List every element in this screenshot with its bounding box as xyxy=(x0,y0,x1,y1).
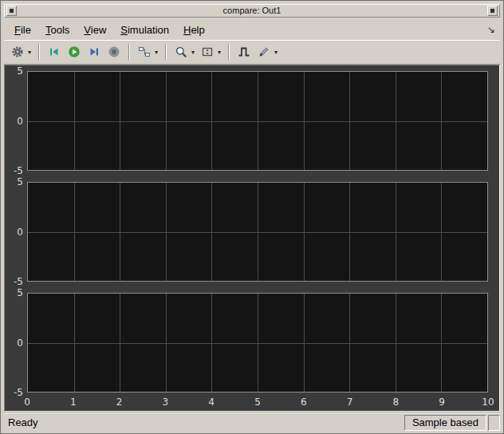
step-back-button[interactable] xyxy=(45,43,63,61)
x-tick-label: 9 xyxy=(439,397,445,408)
menu-simulation-rest: imulation xyxy=(128,24,169,36)
magnifier-icon xyxy=(175,45,187,58)
y-axis-labels: 50-5 xyxy=(5,71,27,171)
y-tick-label: -5 xyxy=(14,387,23,398)
x-tick-label: 2 xyxy=(116,397,123,408)
y-tick-label: 5 xyxy=(17,287,23,298)
settings-dropdown-caret[interactable]: ▾ xyxy=(26,49,33,56)
menu-view-rest: iew xyxy=(91,24,107,36)
stop-button[interactable] xyxy=(105,43,123,61)
x-tick-label: 1 xyxy=(70,397,77,408)
menu-view-mnemonic: V xyxy=(84,24,90,36)
plot-row-2: 50-5 xyxy=(5,182,488,282)
stop-icon xyxy=(108,45,120,58)
run-icon xyxy=(68,45,81,58)
zoom-dropdown-caret[interactable]: ▾ xyxy=(190,49,196,56)
menu-tools[interactable]: Tools xyxy=(38,22,77,38)
step-forward-button[interactable] xyxy=(85,43,103,61)
sample-mode-indicator: Sample based xyxy=(404,415,486,431)
zoom-button[interactable] xyxy=(172,43,190,61)
status-bar: Ready Sample based xyxy=(4,412,500,432)
dock-arrow-icon[interactable]: ↘ xyxy=(487,24,500,35)
x-tick-label: 10 xyxy=(482,397,494,408)
step-back-icon xyxy=(48,45,61,58)
scope-axes[interactable] xyxy=(27,293,488,393)
toolbar-separator xyxy=(38,44,40,60)
menu-file-rest: ile xyxy=(21,24,31,36)
window-title: compare: Out1 xyxy=(5,6,499,15)
toolbar-separator xyxy=(165,44,167,60)
y-tick-label: 0 xyxy=(17,116,23,127)
measurements-button[interactable] xyxy=(255,43,273,61)
x-tick-label: 0 xyxy=(24,397,30,408)
triggers-button[interactable] xyxy=(235,43,253,61)
resize-grip[interactable] xyxy=(488,415,500,431)
x-tick-label: 3 xyxy=(163,397,169,408)
y-tick-label: 0 xyxy=(17,227,23,238)
settings-button[interactable] xyxy=(9,43,26,61)
y-tick-label: -5 xyxy=(14,165,23,176)
y-axis-labels: 50-5 xyxy=(5,182,27,282)
measurements-dropdown-caret[interactable]: ▾ xyxy=(273,49,279,56)
title-bar[interactable]: compare: Out1 xyxy=(4,4,500,18)
simulink-block-dropdown-caret[interactable]: ▾ xyxy=(153,49,159,56)
toolbar-separator xyxy=(128,44,130,60)
y-tick-label: -5 xyxy=(14,276,23,287)
scale-axes-button[interactable] xyxy=(199,43,216,61)
sample-mode-text: Sample based xyxy=(412,416,478,428)
menu-tools-rest: ools xyxy=(50,24,69,36)
simulink-block-button[interactable] xyxy=(136,43,153,61)
window-close-icon xyxy=(490,9,494,13)
menu-simulation-mnemonic: S xyxy=(120,24,128,36)
scope-window: compare: Out1 File Tools View Simulation… xyxy=(0,0,504,434)
menu-simulation[interactable]: Simulation xyxy=(113,22,176,38)
scope-figure: 50-5 50-5 50-5 012345678910 xyxy=(4,65,500,412)
menu-file[interactable]: File xyxy=(7,22,38,38)
run-button[interactable] xyxy=(65,43,83,61)
menu-help-mnemonic: H xyxy=(183,24,191,36)
step-forward-icon xyxy=(88,45,100,58)
menu-help-rest: elp xyxy=(191,24,204,36)
x-tick-label: 4 xyxy=(208,397,215,408)
x-tick-label: 7 xyxy=(347,397,353,408)
menu-view[interactable]: View xyxy=(77,22,113,38)
plot-row-3: 50-5 xyxy=(5,293,488,393)
menu-help[interactable]: Help xyxy=(176,22,212,38)
y-tick-label: 5 xyxy=(17,176,23,187)
y-tick-label: 0 xyxy=(17,337,23,349)
y-axis-labels: 50-5 xyxy=(5,293,27,393)
x-tick-label: 5 xyxy=(254,397,261,408)
gear-icon xyxy=(11,45,24,58)
gridline-horizontal xyxy=(28,343,487,344)
status-right-group: Sample based xyxy=(404,415,500,431)
brush-icon xyxy=(258,45,270,58)
scale-axes-dropdown-caret[interactable]: ▾ xyxy=(216,49,222,56)
menu-bar: File Tools View Simulation Help ↘ xyxy=(4,19,500,40)
blocks-icon xyxy=(138,45,151,58)
y-tick-label: 5 xyxy=(17,65,23,77)
toolbar: ▾ xyxy=(4,40,500,65)
scope-axes[interactable] xyxy=(27,182,488,282)
menu-file-mnemonic: F xyxy=(14,24,21,36)
scope-axes[interactable] xyxy=(27,71,488,171)
trigger-icon xyxy=(238,45,250,58)
x-tick-label: 6 xyxy=(301,397,307,408)
scale-axes-icon xyxy=(201,45,214,58)
x-axis-label-row: 012345678910 xyxy=(5,394,488,409)
x-axis-labels: 012345678910 xyxy=(27,394,488,409)
gridline-horizontal xyxy=(28,121,487,122)
status-text: Ready xyxy=(8,416,38,428)
plot-row-1: 50-5 xyxy=(5,71,488,171)
x-tick-label: 8 xyxy=(393,397,400,408)
window-close-button[interactable] xyxy=(487,6,498,16)
gridline-horizontal xyxy=(28,232,487,233)
toolbar-separator xyxy=(228,44,230,60)
